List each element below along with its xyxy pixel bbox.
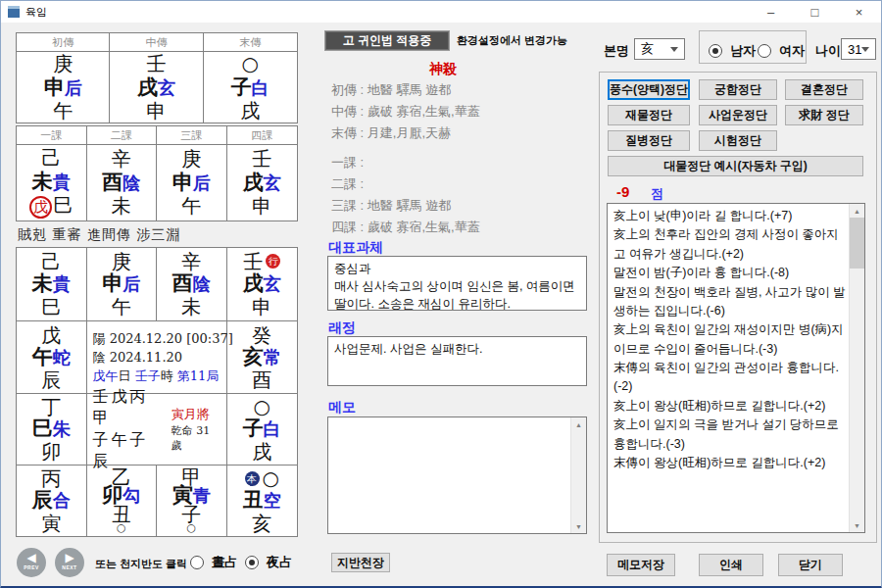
date-info-panel: 陽 2024.12.20 [00:37] 陰 2024.11.20 戊午日 壬子… [87,321,227,394]
month-general: 寅月將 [172,406,220,423]
seek-wealth-button[interactable]: 求財 정단 [785,105,863,125]
lunar-date: 陰 2024.11.20 [93,348,220,367]
close-icon[interactable]: × [837,1,881,23]
night-divination-radio[interactable]: 夜占 [245,554,292,571]
prev-button[interactable]: ◀ PREV [17,548,46,577]
transmission-cell-mal[interactable]: ○ 子白 戌 [204,52,297,122]
board-cell[interactable]: ○ 子白 戌 [227,394,298,466]
analysis-line: 말전의 천장이 백호라 질병, 사고가 많이 발생하는 집입니다.(-6) [613,283,847,321]
day-hour-round: 戊午日 壬子時 第11局 [93,367,220,385]
haeng-badge: 行 [266,254,280,269]
scrollbar-thumb[interactable] [850,218,864,269]
memo-scrollbar[interactable]: ▲ ▼ [570,417,586,533]
board-cell[interactable]: 甲 寅青 子 ○ [157,466,227,536]
sinsal-line: 中傳 : 歲破 寡宿,生氣,華蓋 [331,101,480,122]
example-button[interactable]: 대물정단 예시(자동차 구입) [608,156,863,176]
lesson-cell-3[interactable]: 庚 申后 午 [157,145,227,220]
board-cell[interactable]: 丁 巳朱 卯 [17,394,87,466]
settings-note: 환경설정에서 변경가능 [457,33,567,48]
sinsal-line: 三課 : 地醫 驛馬 遊都 [331,195,480,217]
transmission-header: 末傳 [204,33,297,52]
lesson-header: 二課 [87,126,158,145]
lesson-header: 一課 [17,126,87,145]
radio-icon [190,556,204,569]
transmissions-table: 初傳 中傳 末傳 庚 申后 午 壬 戌玄 申 ○ 子白 戌 [16,32,298,123]
analysis-line: 亥上의 육친이 일간의 재성이지만 병(病)지 이므로 수입이 줄어듭니다.(-… [613,320,847,359]
life-age: 乾命 31 歲 [172,423,220,453]
exam-button[interactable]: 시험정단 [699,130,777,151]
male-radio[interactable]: 남자 [709,42,756,60]
lesson-cell-4[interactable]: 壬 戌玄 申 [227,145,298,220]
maximize-button[interactable]: □ [793,1,837,23]
board-cell[interactable]: 壬行 戌玄 申 [227,248,298,321]
memo-textarea[interactable]: ▲ ▼ [327,416,587,534]
analysis-lines: 亥上이 낮(申)이라 길 합니다.(+7) 亥上의 천후라 집안의 경제 사정이… [613,207,847,529]
transmission-cell-jung[interactable]: 壬 戌玄 申 [110,52,203,122]
board-cell[interactable]: 庚 申后 午 [87,248,158,321]
female-radio[interactable]: 여자 [758,42,805,60]
lesson-cell-1[interactable]: 己 未貴 戊巳 [17,145,87,220]
analysis-line: 亥上이 낮(申)이라 길 합니다.(+7) [613,207,847,225]
board-cell[interactable]: 癸 亥常 酉 [227,321,298,394]
memo-save-button[interactable]: 메모저장 [607,554,675,576]
analysis-scrollbar[interactable]: ▲ ▼ [849,204,864,532]
analysis-line: 亥上의 천후라 집안의 경제 사정이 좋아지고 여유가 생깁니다.(+2) [613,225,847,264]
window-title: 육임 [25,5,47,20]
lessons-table: 一課 二課 三課 四課 己 未貴 戊巳 辛 酉陰 未 庚 申后 午 壬 戌玄 申 [16,125,298,221]
bon-badge: 本 [245,471,260,486]
illness-button[interactable]: 질병정단 [608,130,690,151]
analysis-line: 亥上이 왕상(旺相)하므로 길합니다.(+2) [613,397,847,416]
close-button[interactable]: 닫기 [778,554,843,576]
board-cell[interactable]: 己 未貴 巳 [17,248,87,321]
window: 육임 – □ × 初傳 中傳 末傳 庚 申后 午 壬 戌玄 申 ○ 子白 戌 一… [0,0,882,588]
next-button[interactable]: ▶ NEXT [55,548,84,577]
board-click-hint: 또는 천지반도 클릭 [95,557,187,571]
transmission-header: 中傳 [110,33,203,52]
board-cell[interactable]: 辛 酉陰 未 [157,248,227,321]
wealth-button[interactable]: 재물정단 [608,105,690,125]
business-button[interactable]: 사업운정단 [699,105,777,125]
board-cell[interactable]: 丙 辰合 寅 [17,466,87,536]
chevron-down-icon [670,47,678,52]
four-pillars-panel: 壬戊丙甲 子午子辰 寅月將 乾命 31 歲 [87,394,227,466]
sinsal-line: 末傳 : 月建,月厭,天赫 [331,122,480,144]
pungsu-button[interactable]: 풍수(양택)정단 [608,79,690,100]
circled-stem: 戊 [29,196,52,219]
solar-date: 陽 2024.12.20 [00:37] [93,329,220,348]
scroll-up-icon[interactable]: ▲ [850,204,864,218]
scroll-up-icon[interactable]: ▲ [571,417,586,431]
print-button[interactable]: 인쇄 [699,554,763,576]
empty-marker: ○ [186,523,196,533]
board-cell[interactable]: 戊 午蛇 辰 [17,321,87,394]
transmission-cell-cho[interactable]: 庚 申后 午 [17,52,110,122]
radio-icon [709,44,722,58]
board-cell[interactable]: 本○ 丑空 亥 [227,466,298,536]
analysis-listbox[interactable]: 亥上이 낮(申)이라 길 합니다.(+7) 亥上의 천후라 집안의 경제 사정이… [607,203,865,533]
transmission-header: 初傳 [17,33,110,52]
lesson-cell-2[interactable]: 辛 酉陰 未 [87,145,158,220]
bonmyeong-select[interactable]: 亥 [634,38,685,60]
day-divination-radio[interactable]: 晝占 [190,554,237,571]
scroll-down-icon[interactable]: ▼ [571,519,586,533]
app-icon [8,6,20,18]
memo-heading: 메모 [328,399,356,416]
minimize-button[interactable]: – [749,1,793,23]
analysis-line: 末傳이 왕상(旺相)하므로 길합니다.(+2) [613,454,847,472]
score-value: -9 [616,183,629,200]
left-arrow-icon: ◀ [26,553,35,563]
gwache-box: 중심과 매사 심사숙고의 상이며 임신은 봄, 여름이면 딸이다. 소송은 재심… [327,256,587,311]
sinsal-title: 神殺 [429,61,457,78]
age-select[interactable]: 31 [841,38,876,60]
board-cell[interactable]: 乙 卯勾 丑 ○ [87,466,158,536]
lesson-header: 三課 [157,126,227,145]
marriage-button[interactable]: 결혼정단 [785,79,863,100]
analysis-line: 末傳의 육친이 일간의 관성이라 흉합니다.(-2) [613,359,847,397]
scroll-down-icon[interactable]: ▼ [850,518,864,532]
empty-marker: ○ [117,523,126,533]
titlebar: 육임 – □ × [1,1,881,23]
gunghap-button[interactable]: 궁합정단 [699,79,777,100]
right-arrow-icon: ▶ [65,553,74,563]
jiban-cheonjang-button[interactable]: 지반천장 [331,553,390,572]
analysis-line: 말전이 밤(子)이라 흉 합니다.(-8) [613,264,847,282]
sinsal-line: 二課 : [331,173,480,195]
